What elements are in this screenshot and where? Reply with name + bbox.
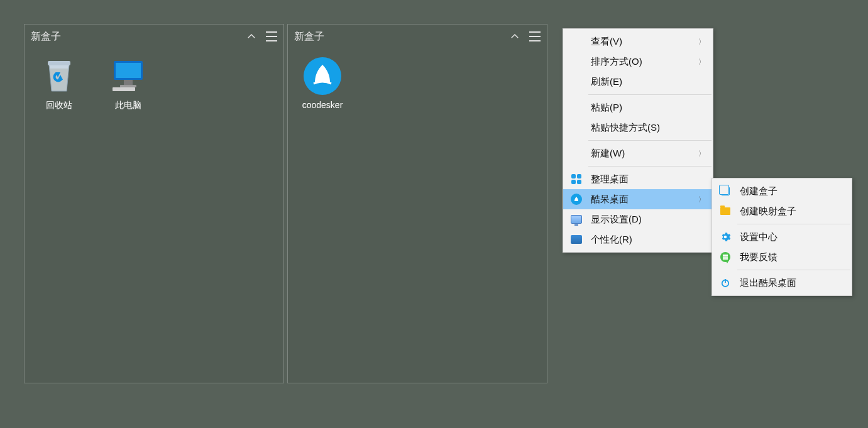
- submenu-coodesker: 创建盒子 创建映射盒子 设置中心 我要反馈 退出酷呆桌面: [711, 178, 852, 296]
- picture-icon: [571, 234, 582, 245]
- menu-item-organize-desktop[interactable]: 整理桌面: [563, 169, 713, 189]
- submenu-arrow-icon: 〉: [698, 37, 705, 47]
- power-icon: [720, 277, 731, 288]
- desktop-box-1[interactable]: 新盒子 回收站: [24, 24, 284, 383]
- menu-separator: [588, 166, 711, 167]
- menu-label: 退出酷呆桌面: [740, 277, 796, 289]
- item-label: 此电脑: [115, 100, 141, 111]
- menu-item-new[interactable]: 新建(W) 〉: [563, 143, 713, 163]
- svg-rect-6: [120, 85, 136, 87]
- menu-label: 酷呆桌面: [591, 194, 629, 206]
- svg-rect-5: [124, 80, 133, 85]
- item-coodesker[interactable]: coodesker: [294, 55, 351, 112]
- menu-label: 显示设置(D): [591, 214, 642, 226]
- menu-item-display-settings[interactable]: 显示设置(D): [563, 209, 713, 229]
- box-title: 新盒子: [31, 30, 61, 43]
- submenu-item-settings[interactable]: 设置中心: [712, 227, 852, 247]
- item-label: 回收站: [46, 100, 72, 111]
- svg-rect-4: [116, 63, 141, 78]
- item-this-pc[interactable]: 此电脑: [100, 55, 157, 114]
- coodesker-circle-icon: [571, 194, 582, 205]
- box-title: 新盒子: [294, 30, 324, 43]
- submenu-item-create-box[interactable]: 创建盒子: [712, 181, 852, 201]
- chat-icon: [720, 251, 731, 263]
- menu-separator: [588, 140, 711, 141]
- menu-label: 创建盒子: [740, 185, 777, 197]
- item-recycle-bin[interactable]: 回收站: [31, 55, 87, 114]
- box-header: 新盒子: [25, 25, 283, 48]
- menu-icon[interactable]: [529, 31, 541, 41]
- box-controls: [246, 31, 277, 42]
- menu-label: 查看(V): [591, 36, 622, 48]
- collapse-icon[interactable]: [246, 31, 257, 42]
- menu-label: 粘贴快捷方式(S): [591, 122, 660, 134]
- menu-label: 排序方式(O): [591, 56, 642, 68]
- grid-icon: [571, 173, 582, 185]
- coodesker-icon: [304, 57, 341, 95]
- context-menu: 查看(V) 〉 排序方式(O) 〉 刷新(E) 粘贴(P) 粘贴快捷方式(S) …: [563, 28, 713, 253]
- item-label: coodesker: [302, 100, 343, 110]
- desktop-box-2[interactable]: 新盒子 coodesker: [287, 24, 547, 383]
- menu-item-personalize[interactable]: 个性化(R): [563, 229, 713, 250]
- submenu-item-feedback[interactable]: 我要反馈: [712, 247, 852, 267]
- menu-label: 新建(W): [591, 148, 625, 160]
- box-controls: [509, 31, 541, 42]
- svg-rect-7: [113, 87, 135, 91]
- menu-icon[interactable]: [266, 31, 277, 41]
- box-header: 新盒子: [288, 25, 547, 48]
- menu-label: 创建映射盒子: [740, 206, 796, 217]
- menu-separator: [737, 224, 850, 224]
- menu-label: 我要反馈: [740, 251, 777, 263]
- menu-label: 个性化(R): [591, 234, 632, 246]
- svg-point-9: [724, 236, 727, 239]
- menu-label: 刷新(E): [591, 76, 622, 88]
- menu-separator: [588, 94, 711, 95]
- menu-item-paste-shortcut[interactable]: 粘贴快捷方式(S): [563, 118, 713, 138]
- submenu-item-create-mapped-box[interactable]: 创建映射盒子: [712, 201, 852, 221]
- menu-label: 整理桌面: [591, 173, 629, 185]
- menu-separator: [737, 270, 850, 270]
- new-box-icon: [720, 185, 731, 197]
- submenu-arrow-icon: 〉: [698, 195, 705, 204]
- submenu-arrow-icon: 〉: [698, 149, 705, 158]
- menu-item-paste[interactable]: 粘贴(P): [563, 97, 713, 118]
- recycle-bin-icon: [40, 57, 78, 95]
- menu-item-view[interactable]: 查看(V) 〉: [563, 31, 713, 52]
- menu-item-sort[interactable]: 排序方式(O) 〉: [563, 52, 713, 72]
- menu-label: 设置中心: [740, 231, 777, 243]
- this-pc-icon: [109, 57, 147, 95]
- box-body: 回收站 此电脑: [25, 48, 283, 120]
- menu-item-coodesker[interactable]: 酷呆桌面 〉: [563, 189, 713, 209]
- collapse-icon[interactable]: [509, 31, 520, 42]
- menu-item-refresh[interactable]: 刷新(E): [563, 72, 713, 92]
- svg-rect-0: [48, 61, 70, 65]
- gear-icon: [720, 231, 731, 243]
- box-body: coodesker: [288, 48, 547, 119]
- menu-label: 粘贴(P): [591, 102, 622, 114]
- folder-icon: [720, 206, 731, 217]
- submenu-item-exit[interactable]: 退出酷呆桌面: [712, 273, 852, 293]
- submenu-arrow-icon: 〉: [698, 57, 705, 67]
- monitor-icon: [571, 214, 582, 225]
